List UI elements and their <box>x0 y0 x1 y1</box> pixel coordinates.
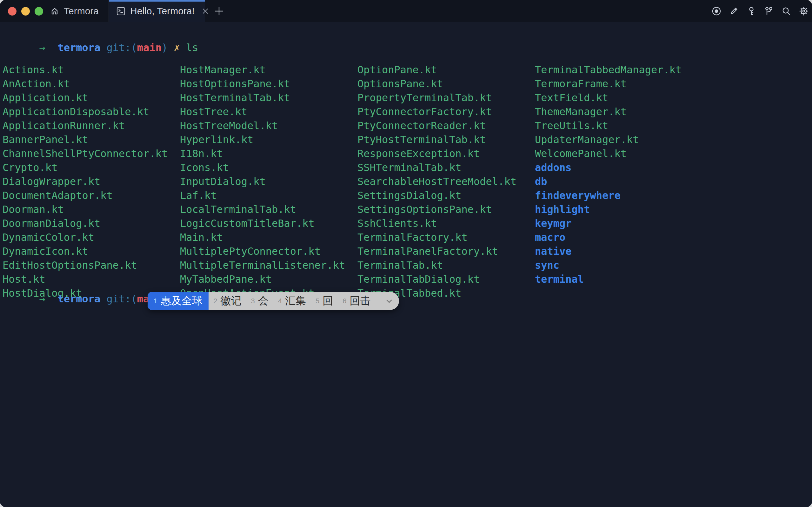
candidate-number: 1 <box>154 297 157 305</box>
file-entry: TerminalPanelFactory.kt <box>358 244 517 258</box>
file-entry: AnAction.kt <box>3 77 168 91</box>
file-entry: LogicCustomTitleBar.kt <box>180 216 345 230</box>
dir-entry: findeverywhere <box>535 188 682 203</box>
home-button[interactable]: Termora <box>50 0 99 22</box>
new-tab-button[interactable] <box>210 0 228 22</box>
file-entry: Application.kt <box>3 91 168 105</box>
ime-candidate-selected[interactable]: 1惠及全球 <box>148 292 209 310</box>
file-entry: WelcomePanel.kt <box>535 147 682 161</box>
search-icon[interactable] <box>781 6 791 16</box>
toolbar <box>711 0 809 22</box>
file-entry: Actions.kt <box>3 63 168 77</box>
prompt-path: termora <box>57 293 106 305</box>
tab-hello-termora[interactable]: Hello, Termora! <box>109 0 205 22</box>
tab-close-icon[interactable] <box>201 7 210 15</box>
file-entry: MultiplePtyConnector.kt <box>180 244 345 258</box>
zoom-window-button[interactable] <box>35 7 43 15</box>
candidate-number: 4 <box>278 297 282 305</box>
file-entry: TextField.kt <box>535 91 682 105</box>
file-entry: I18n.kt <box>180 147 345 161</box>
candidate-number: 5 <box>316 297 319 305</box>
traffic-lights <box>8 7 43 15</box>
file-entry: TerminalTabDialog.kt <box>358 272 517 286</box>
prompt-path: termora <box>57 42 106 54</box>
ime-candidate[interactable]: 5回 <box>311 292 338 310</box>
file-entry: SshClients.kt <box>358 216 517 230</box>
dir-entry: keymgr <box>535 216 682 230</box>
plus-icon <box>214 6 224 16</box>
file-entry: DynamicIcon.kt <box>3 244 168 258</box>
prompt-line-1: → termora git:(main) ✗ ls <box>3 26 199 68</box>
file-entry: ChannelShellPtyConnector.kt <box>3 147 168 161</box>
ime-more-area <box>379 292 399 310</box>
file-entry: PtyConnectorReader.kt <box>358 119 517 133</box>
ime-candidate[interactable]: 2徽记 <box>209 292 246 310</box>
tab-title: Hello, Termora! <box>130 6 195 16</box>
file-entry: DocumentAdaptor.kt <box>3 188 168 203</box>
app-title: Termora <box>64 6 99 16</box>
file-entry: InputDialog.kt <box>180 174 345 188</box>
record-icon[interactable] <box>711 6 721 16</box>
dir-entry: db <box>535 174 682 188</box>
prompt-git-open: git:( <box>107 293 137 305</box>
ime-candidate[interactable]: 3会 <box>246 292 273 310</box>
file-entry: HostManager.kt <box>180 63 345 77</box>
edit-pencil-icon[interactable] <box>729 6 739 16</box>
terminal-pane[interactable]: → termora git:(main) ✗ ls Actions.ktAnAc… <box>0 22 812 507</box>
candidate-text: 回击 <box>350 294 371 308</box>
file-entry: ApplicationDisposable.kt <box>3 105 168 119</box>
file-entry: ResponseException.kt <box>358 147 517 161</box>
file-entry: TermoraFrame.kt <box>535 77 682 91</box>
candidate-number: 6 <box>342 297 346 305</box>
file-entry: UpdaterManager.kt <box>535 133 682 147</box>
candidate-number: 3 <box>251 297 255 305</box>
settings-gear-icon[interactable] <box>799 6 809 16</box>
file-entry: SearchableHostTreeModel.kt <box>358 174 517 188</box>
ls-column: Actions.ktAnAction.ktApplication.ktAppli… <box>3 63 168 300</box>
prompt-git-open: git:( <box>107 42 137 54</box>
file-entry: TerminalTabbedManager.kt <box>535 63 682 77</box>
ls-column: TerminalTabbedManager.ktTermoraFrame.ktT… <box>535 63 682 286</box>
ime-candidate[interactable]: 4汇集 <box>273 292 311 310</box>
file-entry: TerminalTab.kt <box>358 258 517 272</box>
file-entry: TreeUtils.kt <box>535 119 682 133</box>
prompt-branch: main <box>137 42 162 54</box>
file-entry: ApplicationRunner.kt <box>3 119 168 133</box>
ime-candidates: 1惠及全球2徽记3会4汇集5回6回击 <box>148 292 376 310</box>
close-window-button[interactable] <box>8 7 16 15</box>
candidate-number: 2 <box>213 297 217 305</box>
titlebar: Termora Hello, Termora! <box>0 0 812 22</box>
prompt-arrow: → <box>39 42 58 54</box>
file-entry: HostTerminalTab.kt <box>180 91 345 105</box>
prompt-arrow: → <box>39 293 58 305</box>
file-entry: HostTree.kt <box>180 105 345 119</box>
dir-entry: macro <box>535 230 682 244</box>
file-entry: LocalTerminalTab.kt <box>180 203 345 216</box>
terminal-tab-icon <box>116 6 126 16</box>
file-entry: SSHTerminalTab.kt <box>358 161 517 174</box>
candidate-text: 会 <box>258 294 269 308</box>
chevron-down-icon[interactable] <box>379 296 399 306</box>
ime-candidate[interactable]: 6回击 <box>338 292 375 310</box>
file-entry: DialogWrapper.kt <box>3 174 168 188</box>
candidate-text: 汇集 <box>285 294 306 308</box>
dir-entry: addons <box>535 161 682 174</box>
file-entry: DynamicColor.kt <box>3 230 168 244</box>
file-entry: BannerPanel.kt <box>3 133 168 147</box>
minimize-window-button[interactable] <box>21 7 30 15</box>
file-entry: SettingsOptionsPane.kt <box>358 203 517 216</box>
file-entry: HostOptionsPane.kt <box>180 77 345 91</box>
file-entry: Laf.kt <box>180 188 345 203</box>
file-entry: PtyHostTerminalTab.kt <box>358 133 517 147</box>
ime-candidate-window: 1惠及全球2徽记3会4汇集5回6回击 <box>148 292 399 310</box>
file-entry: OptionsPane.kt <box>358 77 517 91</box>
file-entry: Main.kt <box>180 230 345 244</box>
file-entry: Crypto.kt <box>3 161 168 174</box>
candidate-text: 徽记 <box>221 294 241 308</box>
dir-entry: highlight <box>535 203 682 216</box>
command-text: ls <box>186 42 199 54</box>
file-entry: TerminalFactory.kt <box>358 230 517 244</box>
key-icon[interactable] <box>746 6 756 16</box>
git-branch-icon[interactable] <box>764 6 774 16</box>
file-entry: PtyConnectorFactory.kt <box>358 105 517 119</box>
